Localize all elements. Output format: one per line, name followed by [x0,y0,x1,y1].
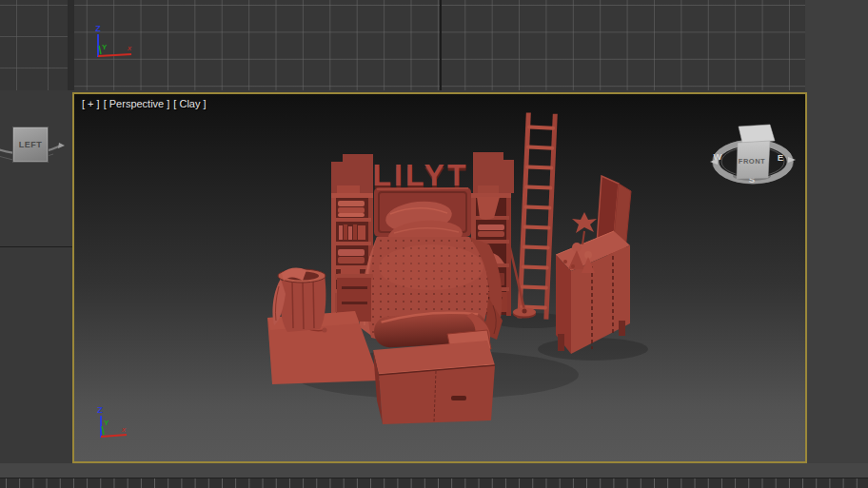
right-panel-area [805,0,868,488]
axis-y-label: Y [102,43,108,51]
viewport-menu-view[interactable]: [ Perspective ] [104,98,170,109]
viewport-menu-general[interactable]: [ + ] [82,98,100,109]
viewport-menu-shading[interactable]: [ Clay ] [173,98,206,109]
compass-east-label[interactable]: E [778,152,783,163]
viewport-label: [ + ] [ Perspective ] [ Clay ] [82,98,207,109]
axis-x-label: x [121,425,127,434]
ladder[interactable] [517,112,557,319]
viewport-perspective[interactable]: [ + ] [ Perspective ] [ Clay ] [72,92,807,463]
grid-origin-line [440,0,442,90]
wall-letters-text[interactable]: LILYT [373,158,469,192]
scene-canvas[interactable]: LILYT LILYT [74,94,805,461]
viewport-top-grid[interactable]: Z Y x [74,0,806,90]
viewcube[interactable]: W E S FRONT [710,125,796,185]
compass-west-label[interactable]: W [714,151,722,162]
dresser[interactable] [556,231,630,354]
left-viewport-horizon-line [0,246,72,247]
left-viewcube[interactable]: LEFT [12,127,49,163]
axis-y-label: Y [104,419,109,427]
left-viewcube-label: LEFT [19,140,43,149]
3dsmax-viewport-area: Z Y x LEFT [ + ] [ Perspective ] [ Clay … [0,0,868,488]
viewport-bottom-grid[interactable] [0,478,868,488]
viewcube-front-label[interactable]: FRONT [739,157,765,166]
viewport-bottom-gap [0,463,868,478]
viewport-left[interactable]: LEFT [0,90,72,463]
axis-x-label: x [127,44,132,52]
viewport-top-left-grid[interactable] [0,0,68,90]
axis-tripod-top: Z Y x [91,21,139,65]
viewcube-top-face[interactable] [739,125,775,143]
viewport-separator[interactable] [68,0,74,90]
axis-z-label: Z [95,24,101,33]
axis-z-label: Z [97,405,103,415]
axis-tripod-main: Z Y x [97,405,127,438]
